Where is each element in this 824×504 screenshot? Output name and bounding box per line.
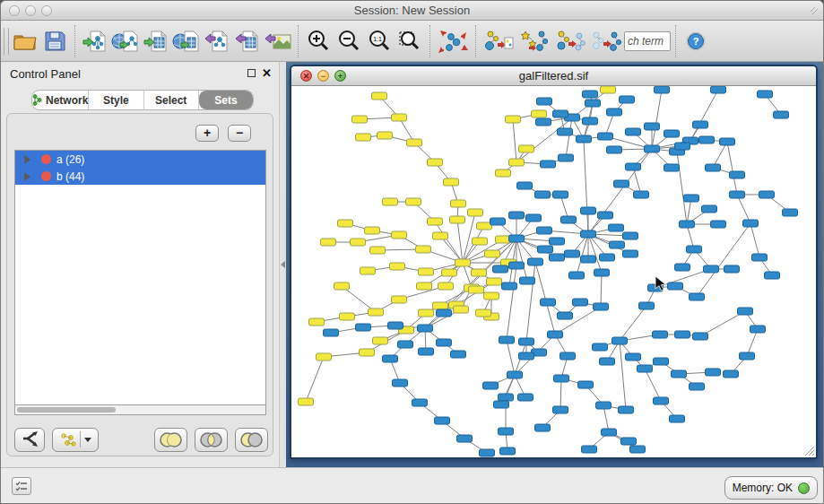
export-table-icon[interactable] [232,25,263,57]
search-input[interactable]: ch term [624,31,671,51]
control-panel-title: Control Panel [10,67,81,81]
status-bar: Memory: OK [1,467,823,504]
new-network-from-selection-icon[interactable] [481,25,516,57]
set-label: b (44) [56,170,84,183]
window-titlebar: Session: New Session [1,1,823,21]
dropdown-arrow-icon[interactable] [84,438,91,442]
split-branch-button[interactable] [14,428,45,452]
application-window: Session: New Session [0,0,824,504]
panel-divider[interactable] [279,62,286,467]
help-icon[interactable]: ? [681,25,711,57]
save-session-icon[interactable] [39,25,70,57]
task-history-button[interactable] [12,477,31,495]
button-divider [80,431,81,448]
import-network-from-file-icon[interactable] [80,25,110,57]
zoom-actual-size-icon[interactable]: 1:1 [364,25,395,57]
toolbar-separator [298,25,299,57]
sets-list: a (26) b (44) [14,150,266,405]
export-network-icon[interactable] [202,25,232,57]
expand-triangle-icon[interactable] [24,155,30,164]
venn-intersection-icon [199,432,223,448]
tab-select-label: Select [155,94,186,107]
import-table-from-file-icon[interactable] [141,25,171,57]
tab-select[interactable]: Select [144,91,199,109]
toolbar-separator [475,25,476,57]
set-label: a (26) [56,153,84,166]
zoom-selected-region-icon[interactable] [395,25,425,57]
network-canvas[interactable] [291,86,816,457]
svg-text:1:1: 1:1 [373,36,382,42]
select-first-neighbors-icon[interactable] [516,25,552,57]
network-tab-icon [32,94,42,106]
main-toolbar: 1:1 ch term ? [1,21,823,62]
control-panel-tabbar: Network Style Select Sets [31,90,254,110]
set-row-a[interactable]: a (26) [15,151,265,168]
venn-union-button[interactable] [154,428,187,452]
network-frame-title: galFiltered.sif [291,69,816,83]
tab-sets-label: Sets [214,94,237,107]
import-table-from-url-icon[interactable] [171,25,202,57]
tab-network[interactable]: Network [32,91,89,109]
create-set-from-network-button[interactable] [52,428,99,452]
window-resize-icon [809,5,820,16]
add-set-button[interactable]: + [195,125,219,142]
expand-triangle-icon[interactable] [24,172,30,181]
zoom-in-icon[interactable] [303,25,334,57]
network-frame[interactable]: ✕ − + galFiltered.sif [290,65,818,459]
float-panel-icon[interactable] [247,69,256,77]
set-row-b[interactable]: b (44) [15,168,265,185]
venn-difference-button[interactable] [235,428,268,452]
venn-union-icon [159,432,183,448]
create-set-from-network-icon [60,432,76,447]
window-title: Session: New Session [1,4,823,17]
apply-preferred-layout-icon[interactable] [435,25,471,57]
toolbar-separator [429,25,430,57]
close-panel-icon[interactable]: ✕ [262,66,272,80]
set-color-dot [41,154,51,164]
venn-intersection-button[interactable] [195,428,228,452]
tab-sets[interactable]: Sets [199,91,253,109]
memory-ok-dot [798,482,810,494]
tab-style[interactable]: Style [89,91,143,109]
import-network-from-url-icon[interactable] [110,25,141,57]
memory-status-badge[interactable]: Memory: OK [724,476,818,500]
toolbar-separator [675,25,676,57]
network-frame-titlebar[interactable]: ✕ − + galFiltered.sif [291,66,816,86]
task-list-icon [15,481,28,491]
remove-set-button[interactable]: − [228,125,251,142]
network-desktop: ✕ − + galFiltered.sif [286,62,824,467]
venn-difference-icon [239,432,264,448]
open-session-icon[interactable] [9,25,39,57]
show-all-icon[interactable] [588,25,624,57]
tab-style-label: Style [103,94,129,107]
control-panel: Control Panel ✕ Network Style Select Set… [1,62,279,467]
hide-selected-icon[interactable] [552,25,588,57]
set-color-dot [41,171,51,181]
memory-status-label: Memory: OK [733,482,793,494]
tab-network-label: Network [46,94,88,107]
sets-horizontal-scrollbar[interactable] [14,405,266,415]
toolbar-separator [74,25,75,57]
svg-text:?: ? [693,36,699,47]
network-graph [291,86,816,457]
sets-panel: + − a (26) b (44) [6,113,273,456]
split-branch-icon [21,431,39,448]
frame-resize-grip-icon[interactable] [804,446,815,456]
zoom-out-icon[interactable] [334,25,364,57]
export-image-icon[interactable] [263,25,293,57]
scrollbar-thumb[interactable] [17,407,116,413]
collapse-panel-icon[interactable] [281,261,285,268]
